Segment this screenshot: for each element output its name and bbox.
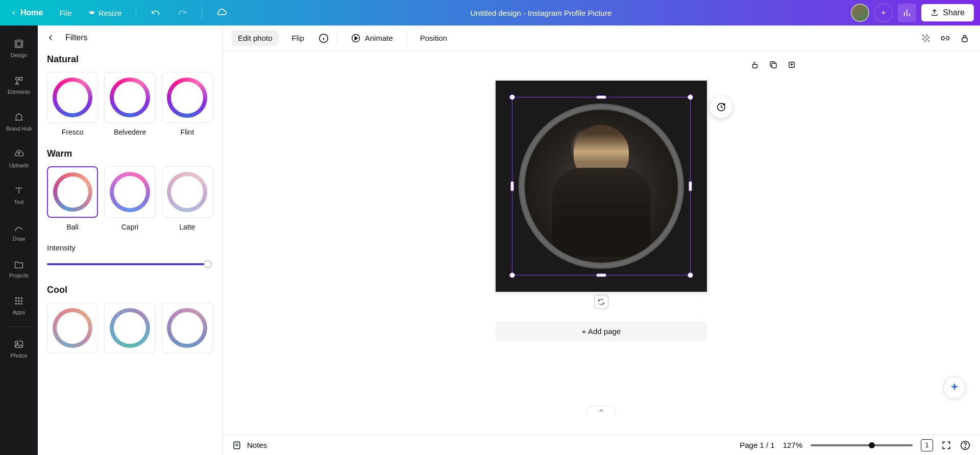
filter-capri[interactable]: Capri bbox=[104, 166, 155, 231]
selection-box[interactable] bbox=[512, 97, 691, 275]
zoom-percent[interactable]: 127% bbox=[783, 441, 802, 449]
resize-handle-right[interactable] bbox=[689, 181, 692, 191]
svg-rect-33 bbox=[962, 38, 967, 42]
svg-point-15 bbox=[21, 300, 23, 302]
filter-label: Flint bbox=[181, 128, 194, 136]
nav-sidebar: Design Elements Brand Hub Uploads Text D… bbox=[0, 26, 38, 455]
file-label: File bbox=[59, 9, 71, 17]
filter-label: Bali bbox=[66, 223, 78, 231]
filter-label: Fresco bbox=[62, 128, 84, 136]
filter-fresco[interactable]: Fresco bbox=[47, 72, 98, 136]
home-button[interactable]: Home bbox=[6, 5, 47, 20]
grid-view-button[interactable]: 1 bbox=[921, 439, 933, 451]
svg-point-13 bbox=[15, 300, 17, 302]
nav-label: Photos bbox=[11, 352, 28, 359]
design-page[interactable]: + bbox=[496, 81, 707, 292]
ai-assistant-button[interactable] bbox=[943, 376, 966, 399]
home-label: Home bbox=[20, 8, 43, 17]
info-icon bbox=[318, 33, 329, 44]
zoom-slider[interactable] bbox=[811, 444, 913, 446]
cloud-sync-button[interactable] bbox=[212, 4, 231, 22]
svg-point-12 bbox=[21, 297, 23, 299]
lock-icon bbox=[960, 33, 970, 43]
svg-point-16 bbox=[15, 303, 17, 305]
nav-label: Draw bbox=[13, 236, 26, 242]
plus-icon bbox=[880, 9, 887, 16]
label: Position bbox=[420, 34, 447, 42]
rotate-button[interactable] bbox=[594, 295, 608, 309]
link-button[interactable] bbox=[939, 32, 951, 44]
help-button[interactable] bbox=[960, 440, 971, 451]
top-header: Home File Resize Untitled design - Insta… bbox=[0, 0, 980, 26]
nav-label: Apps bbox=[13, 309, 25, 315]
position-button[interactable]: Position bbox=[414, 30, 453, 46]
nav-elements[interactable]: Elements bbox=[0, 66, 38, 103]
svg-rect-30 bbox=[926, 38, 928, 40]
info-button[interactable] bbox=[317, 32, 330, 44]
nav-apps[interactable]: Apps bbox=[0, 287, 38, 323]
add-page-button[interactable]: + Add page bbox=[496, 321, 707, 341]
nav-brand-hub[interactable]: Brand Hub bbox=[0, 103, 38, 140]
filter-cool-2[interactable] bbox=[104, 302, 155, 353]
divider bbox=[202, 7, 202, 19]
analytics-button[interactable] bbox=[898, 4, 916, 22]
filter-cool-1[interactable] bbox=[47, 302, 98, 353]
svg-rect-32 bbox=[928, 40, 930, 42]
photos-icon bbox=[13, 338, 25, 350]
page-indicator: Page 1 / 1 bbox=[740, 441, 774, 449]
export-page-button[interactable] bbox=[787, 60, 796, 71]
svg-point-7 bbox=[16, 78, 18, 81]
resize-label: Resize bbox=[99, 9, 122, 17]
animate-button[interactable]: Animate bbox=[345, 30, 399, 47]
resize-handle-br[interactable] bbox=[688, 272, 693, 278]
transparency-button[interactable] bbox=[920, 32, 932, 44]
resize-handle-tr[interactable] bbox=[688, 94, 693, 100]
link-icon bbox=[940, 33, 950, 43]
resize-handle-bl[interactable] bbox=[509, 272, 515, 278]
apps-icon bbox=[13, 295, 25, 307]
filter-latte[interactable]: Latte bbox=[162, 166, 213, 231]
nav-uploads[interactable]: Uploads bbox=[0, 140, 38, 176]
add-collaborator-button[interactable] bbox=[874, 4, 893, 22]
resize-menu[interactable]: Resize bbox=[84, 6, 126, 20]
share-button[interactable]: Share bbox=[921, 4, 974, 21]
label: 1 bbox=[925, 442, 929, 449]
intensity-slider[interactable] bbox=[47, 259, 213, 269]
filter-cool-3[interactable] bbox=[162, 302, 213, 353]
nav-label: Design bbox=[11, 52, 28, 58]
notes-button[interactable]: Notes bbox=[232, 440, 267, 450]
document-title[interactable]: Untitled design - Instagram Profile Pict… bbox=[470, 9, 611, 17]
duplicate-page-button[interactable] bbox=[769, 60, 778, 71]
natural-grid: Fresco Belvedere Flint bbox=[47, 72, 213, 136]
lock-button[interactable] bbox=[959, 32, 971, 44]
nav-label: Text bbox=[14, 199, 23, 205]
section-natural-title: Natural bbox=[47, 54, 213, 65]
resize-handle-left[interactable] bbox=[510, 181, 514, 191]
svg-rect-29 bbox=[922, 38, 924, 40]
undo-button[interactable] bbox=[146, 4, 165, 22]
flip-button[interactable]: Flip bbox=[286, 30, 310, 46]
edit-photo-button[interactable]: Edit photo bbox=[232, 30, 279, 46]
nav-text[interactable]: Text bbox=[0, 176, 38, 213]
nav-design[interactable]: Design bbox=[0, 30, 38, 66]
user-avatar[interactable] bbox=[851, 4, 869, 22]
projects-icon bbox=[13, 258, 25, 270]
resize-handle-top[interactable] bbox=[596, 95, 606, 99]
filter-belvedere[interactable]: Belvedere bbox=[104, 72, 155, 136]
nav-projects[interactable]: Projects bbox=[0, 250, 38, 287]
file-menu[interactable]: File bbox=[55, 6, 76, 20]
canvas-viewport[interactable]: + + Add page bbox=[223, 51, 980, 435]
redo-button[interactable] bbox=[173, 4, 191, 22]
fullscreen-button[interactable] bbox=[941, 440, 951, 450]
filter-bali[interactable]: Bali bbox=[47, 166, 98, 231]
resize-handle-tl[interactable] bbox=[509, 94, 515, 100]
resize-handle-bottom[interactable] bbox=[596, 273, 606, 277]
page-lock-button[interactable] bbox=[750, 60, 760, 71]
nav-draw[interactable]: Draw bbox=[0, 213, 38, 250]
back-button[interactable] bbox=[46, 33, 55, 42]
elements-icon bbox=[13, 74, 25, 87]
nav-photos[interactable]: Photos bbox=[0, 330, 38, 367]
filter-flint[interactable]: Flint bbox=[162, 72, 213, 136]
collapse-timeline-button[interactable] bbox=[587, 406, 616, 414]
regenerate-button[interactable]: + bbox=[710, 96, 732, 118]
